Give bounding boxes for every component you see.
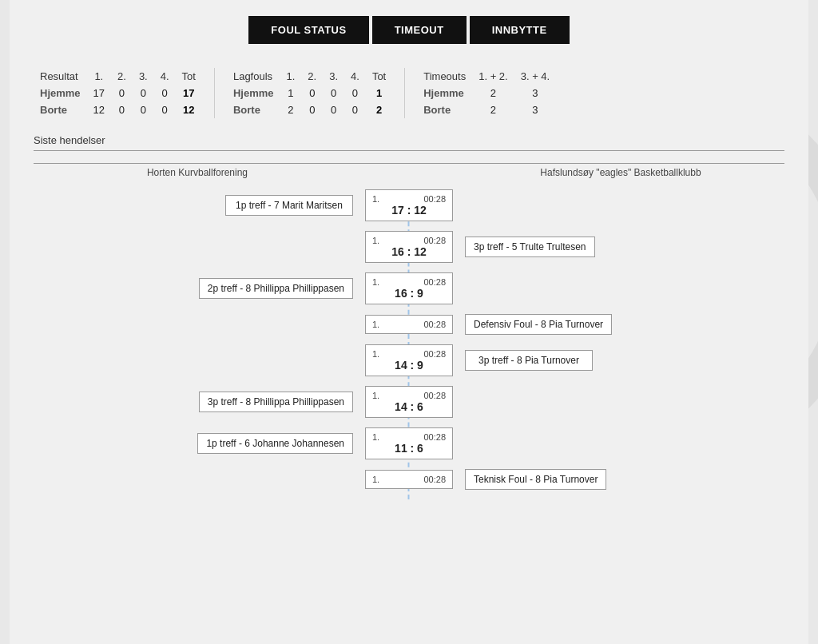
timeline: 1p treff - 7 Marit Maritsen 1. 00:28 17 … [34,189,784,499]
timeline-divider [34,150,784,151]
event-4-right: Defensiv Foul - 8 Pia Turnover [457,314,784,335]
resultat-row-hjemme: Hjemme 17 0 0 0 17 [34,85,202,101]
event-7-time: 00:28 [423,432,446,442]
event-7-center: 1. 00:28 11 : 6 [361,427,457,459]
lagfouls-hjemme-team: Hjemme [227,85,280,101]
lagfouls-row-borte: Borte 2 0 0 0 2 [227,101,392,118]
resultat-header: Resultat [34,68,87,85]
event-4-quarter: 1. [372,320,379,329]
event-row-4: 1. 00:28 Defensiv Foul - 8 Pia Turnover [34,314,784,335]
event-1-center: 1. 00:28 17 : 12 [361,189,457,221]
event-2-score: 1. 00:28 16 : 12 [365,231,453,263]
event-2-quarter-time: 1. 00:28 [372,236,446,245]
event-3-score-value: 16 : 9 [372,287,446,300]
event-2-center: 1. 00:28 16 : 12 [361,231,457,263]
event-row-6: 3p treff - 8 Phillippa Phillippasen 1. 0… [34,386,784,418]
innbytte-button[interactable]: INNBYTTE [470,16,570,44]
divider-1 [214,68,215,118]
timeout-button[interactable]: TIMEOUT [372,16,467,44]
event-row-5: 1. 00:28 14 : 9 3p treff - 8 Pia Turnove… [34,344,784,376]
event-7-quarter-time: 1. 00:28 [372,432,446,442]
event-8-quarter-time: 1. 00:28 [372,475,446,484]
event-1-left: 1p treff - 7 Marit Maritsen [34,195,361,216]
lagfouls-hjemme-q1: 1 [280,85,302,101]
event-3-box: 2p treff - 8 Phillippa Phillippasen [199,278,353,299]
resultat-borte-q3: 0 [133,101,154,118]
event-3-left: 2p treff - 8 Phillippa Phillippasen [34,278,361,299]
event-8-center: 1. 00:28 [361,470,457,489]
timeouts-borte-h1: 2 [472,101,514,118]
timeouts-hjemme-h2: 3 [514,85,557,101]
event-1-score-value: 17 : 12 [372,204,446,217]
event-6-box: 3p treff - 8 Phillippa Phillippasen [199,392,353,412]
event-5-quarter: 1. [372,349,379,359]
resultat-col-2: 2. [111,68,133,85]
event-7-score: 1. 00:28 11 : 6 [365,427,453,459]
event-8-quarter: 1. [372,475,379,484]
event-5-quarter-time: 1. 00:28 [372,349,446,359]
event-7-quarter: 1. [372,432,379,442]
lagfouls-borte-q1: 2 [280,101,302,118]
top-nav: FOUL STATUS TIMEOUT INNBYTTE [34,16,784,44]
lagfouls-hjemme-q2: 0 [301,85,323,101]
timeouts-hjemme-team: Hjemme [417,85,472,101]
event-5-score: 1. 00:28 14 : 9 [365,344,453,376]
lagfouls-row-hjemme: Hjemme 1 0 0 0 1 [227,85,392,101]
lagfouls-table: Lagfouls 1. 2. 3. 4. Tot Hjemme 1 0 0 0 … [227,68,392,118]
event-row-3: 2p treff - 8 Phillippa Phillippasen 1. 0… [34,272,784,304]
timeline-header: Horten Kurvballforening Hafslundsøy "eag… [34,163,784,181]
resultat-row-borte: Borte 12 0 0 0 12 [34,101,202,118]
event-3-center: 1. 00:28 16 : 9 [361,272,457,304]
resultat-borte-team: Borte [34,101,87,118]
resultat-hjemme-team: Hjemme [34,85,87,101]
event-5-right: 3p treff - 8 Pia Turnover [457,350,784,371]
event-7-left: 1p treff - 6 Johanne Johannesen [34,433,361,454]
resultat-col-3: 3. [133,68,154,85]
event-8-time: 00:28 [423,475,446,484]
away-team-label: Hafslundsøy "eagles" Basketballklubb [457,167,784,178]
event-2-right: 3p treff - 5 Trulte Trultesen [457,237,784,257]
lagfouls-header: Lagfouls [227,68,280,85]
event-5-center: 1. 00:28 14 : 9 [361,344,457,376]
event-4-box: Defensiv Foul - 8 Pia Turnover [465,314,612,335]
lagfouls-borte-q4: 0 [344,101,366,118]
resultat-table: Resultat 1. 2. 3. 4. Tot Hjemme 17 0 0 0… [34,68,202,118]
timeouts-table: Timeouts 1. + 2. 3. + 4. Hjemme 2 3 Bort… [417,68,556,118]
resultat-col-4: 4. [154,68,176,85]
event-1-quarter: 1. [372,194,379,204]
event-1-box: 1p treff - 7 Marit Maritsen [225,195,353,216]
divider-2 [404,68,405,118]
lagfouls-borte-tot: 2 [366,101,392,118]
event-3-score: 1. 00:28 16 : 9 [365,272,453,304]
event-6-quarter: 1. [372,391,379,400]
event-2-score-value: 16 : 12 [372,245,446,258]
resultat-hjemme-q2: 0 [111,85,133,101]
foul-status-button[interactable]: FOUL STATUS [248,16,368,44]
timeouts-hjemme-h1: 2 [472,85,514,101]
event-row-7: 1p treff - 6 Johanne Johannesen 1. 00:28… [34,427,784,459]
resultat-hjemme-q4: 0 [154,85,176,101]
event-6-score: 1. 00:28 14 : 6 [365,386,453,418]
event-6-quarter-time: 1. 00:28 [372,391,446,400]
event-1-score: 1. 00:28 17 : 12 [365,189,453,221]
event-3-time: 00:28 [423,277,446,287]
event-6-score-value: 14 : 6 [372,400,446,413]
event-3-quarter: 1. [372,277,379,287]
timeouts-borte-h2: 3 [514,101,557,118]
event-4-time: 00:28 [423,320,446,329]
event-row-2: 1. 00:28 16 : 12 3p treff - 5 Trulte Tru… [34,231,784,263]
event-6-center: 1. 00:28 14 : 6 [361,386,457,418]
timeouts-col-h2: 3. + 4. [514,68,557,85]
event-5-score-value: 14 : 9 [372,359,446,372]
event-4-center: 1. 00:28 [361,315,457,334]
lagfouls-hjemme-tot: 1 [366,85,392,101]
event-2-time: 00:28 [423,236,446,245]
event-3-quarter-time: 1. 00:28 [372,277,446,287]
event-7-score-value: 11 : 6 [372,442,446,455]
event-5-box: 3p treff - 8 Pia Turnover [465,350,593,371]
lagfouls-borte-team: Borte [227,101,280,118]
event-7-box: 1p treff - 6 Johanne Johannesen [197,433,353,454]
resultat-borte-tot: 12 [176,101,202,118]
event-2-quarter: 1. [372,236,379,245]
event-8-box: Teknisk Foul - 8 Pia Turnover [465,469,606,490]
